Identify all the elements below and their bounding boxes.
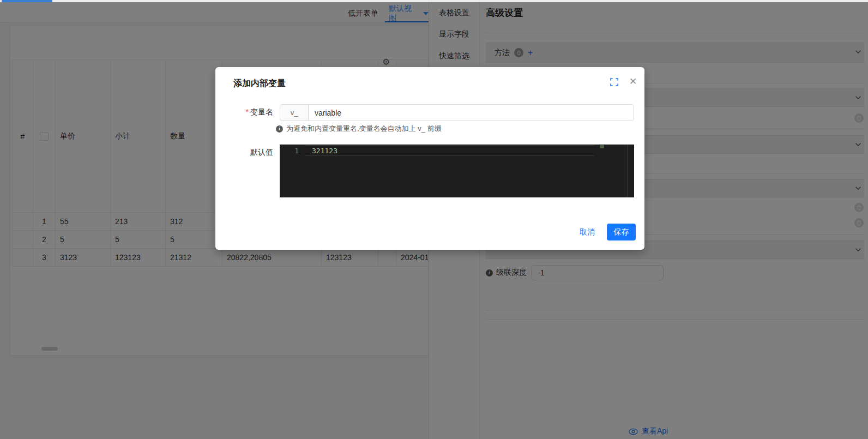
cancel-button[interactable]: 取消 xyxy=(580,227,595,237)
fullscreen-icon[interactable] xyxy=(610,78,618,86)
variable-name-input-group: v_ xyxy=(280,104,634,121)
modal-title: 添加内部变量 xyxy=(233,78,286,89)
browser-progress-strip xyxy=(0,0,868,2)
editor-scrollbar-track[interactable] xyxy=(627,145,628,197)
save-button[interactable]: 保存 xyxy=(607,224,636,240)
variable-name-label: *变量名 xyxy=(215,107,273,117)
info-icon: i xyxy=(276,125,283,133)
editor-line-number: 1 xyxy=(280,146,305,157)
required-mark: * xyxy=(246,107,249,116)
default-value-label: 默认值 xyxy=(215,148,273,158)
variable-name-input[interactable] xyxy=(309,105,634,121)
close-icon[interactable]: ✕ xyxy=(628,76,638,87)
editor-overview-marker xyxy=(600,145,604,148)
variable-prefix: v_ xyxy=(280,105,309,121)
add-internal-variable-modal: 添加内部变量 ✕ *变量名 v_ i 为避免和内置变量重名,变量名会自动加上 v… xyxy=(215,67,644,250)
progress-bar xyxy=(2,0,52,2)
code-editor[interactable]: 1 321123 xyxy=(280,145,634,197)
modal-footer: 取消 保存 xyxy=(580,224,636,240)
variable-name-hint: i 为避免和内置变量重名,变量名会自动加上 v_ 前缀 xyxy=(276,124,442,134)
screen: 低开表单 默认视图 # 单价 小计 数量 xyxy=(0,0,868,439)
editor-current-line xyxy=(305,145,594,156)
hint-text: 为避免和内置变量重名,变量名会自动加上 v_ 前缀 xyxy=(286,124,442,134)
editor-code: 321123 xyxy=(312,146,337,157)
